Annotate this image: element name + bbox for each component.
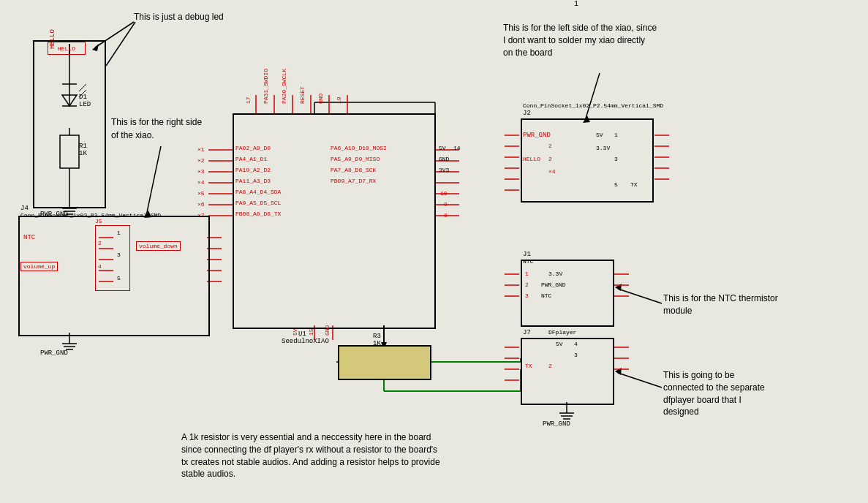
j2-pin2b: 2: [548, 156, 552, 162]
j2-full-label: Conn_PinSocket_1x02_P2.54mm_Vertical_SMD: [523, 102, 663, 109]
pwr-gnd-j4: PWR_GND: [40, 349, 68, 357]
pin10-right: 10: [440, 190, 448, 197]
j2-pin5: 5: [614, 181, 618, 188]
ic-19: 19: [336, 97, 342, 104]
j1-pin2: 2: [525, 281, 529, 288]
annotation-dfplayer: This is going to beconnected to the sepa…: [663, 369, 765, 418]
svg-line-8: [618, 373, 662, 387]
svg-line-2: [146, 146, 161, 216]
j4-label: J4: [20, 205, 29, 212]
ic-pb08: PB08_A6_D6_TX: [235, 211, 281, 217]
j5-pin5: 5: [117, 275, 121, 281]
ic-pa9: PA9_A5_D5_SCL: [235, 200, 281, 206]
ic-5v-right: 5V: [439, 145, 446, 151]
pin9-right: 9: [444, 201, 448, 208]
j2-label: J2: [523, 110, 531, 117]
j1-box: [521, 260, 614, 327]
j2-pin4: ×4: [548, 168, 556, 175]
j2-pwr-gnd: PWR_GND: [523, 132, 551, 139]
j2-33v: 3.3V: [596, 145, 610, 151]
svg-line-97: [106, 22, 135, 66]
ic-pa4: PA4_A1_D1: [235, 156, 267, 162]
ic-14-right: 14: [453, 145, 461, 151]
pin1-left: ×1: [197, 146, 205, 153]
r3-box: [338, 345, 431, 380]
ic-5v-bottom: 5V: [292, 328, 298, 336]
ic-reset: RESET: [299, 86, 306, 104]
u1-label: U1: [298, 330, 306, 338]
pin4-left: ×4: [197, 179, 205, 186]
annotation-debug-led: This is just a debug led: [134, 11, 224, 23]
r3-label: R3: [373, 333, 381, 340]
j7-pin3: 3: [574, 352, 578, 358]
hello-flag-debug: HELLO: [48, 42, 86, 55]
ic-gnd-top: GND: [317, 94, 324, 104]
j1-ntc: NTC: [541, 292, 551, 299]
pin7-left: ×7: [197, 212, 205, 219]
r1-label: R11K: [79, 143, 87, 157]
j7-5v: 5V: [556, 341, 563, 347]
j2-tx: TX: [630, 181, 638, 188]
j2-5v: 5V: [596, 132, 603, 138]
j5-pin4: 4: [98, 263, 102, 270]
schematic-canvas: HELLO D1LED R11K PWR_GND This is just a …: [0, 0, 868, 503]
j7-box: [521, 338, 614, 405]
pin5-left: ×5: [197, 190, 205, 197]
svg-marker-7: [615, 284, 622, 291]
j2-pin3: 3: [614, 156, 618, 162]
debug-led-box: [33, 40, 106, 208]
ic-pa5: PA5_A9_D9_MISO: [331, 156, 380, 162]
j1-ntc-label: NTC: [523, 258, 533, 265]
u1-full-label: SeedulnoXIAO: [282, 338, 329, 345]
j7-dfplayer: DFplayer: [548, 329, 576, 336]
r3-value: 1K: [373, 340, 381, 347]
j1-33v: 3.3V: [548, 271, 562, 277]
ic-gnd-right: GND: [439, 156, 449, 162]
j7-pin1: 1: [574, 0, 578, 8]
j5-pin3: 3: [117, 252, 121, 258]
j5-label: J5: [95, 218, 102, 224]
ic-15: 15: [308, 328, 314, 336]
ic-pa6: PA6_A10_D10_MOSI: [331, 145, 387, 151]
j7-tx: TX: [525, 363, 532, 369]
pin8-right: 8: [444, 212, 448, 219]
j1-pin3: 3: [525, 292, 529, 299]
j5-box: [95, 225, 130, 291]
ic-swclk: PA30_SWCLK: [281, 69, 287, 104]
j7-label: J7: [523, 329, 531, 336]
ic-pa8: PA8_A4_D4_SDA: [235, 189, 281, 195]
ic-pa10: PA10_A2_D2: [235, 167, 271, 173]
annotation-right-side: This is for the right sideof the xiao.: [111, 116, 202, 142]
svg-line-4: [585, 73, 600, 121]
annotation-resistor: A 1k resistor is very essential and a ne…: [181, 431, 440, 480]
hello-flag-text: HELLO: [58, 45, 75, 52]
j1-pwr-gnd: PWR_GND: [541, 281, 566, 288]
j7-pin2: 2: [548, 363, 552, 369]
pin3-left: ×3: [197, 168, 205, 175]
pwr-gnd-j7: PWR_GND: [543, 420, 570, 428]
j2-hello: HELLO: [523, 156, 540, 162]
ic-13: PA31_SWDIO: [263, 69, 269, 104]
ic-pa7: PA7_A8_D8_SCK: [331, 167, 376, 173]
d1-label: D1LED: [79, 94, 91, 108]
j2-pin1-5v: 1: [614, 132, 618, 138]
j1-pin1: 1: [525, 271, 529, 277]
annotation-left-side: This is for the left side of the xiao, s…: [503, 22, 657, 58]
ic-pb09: PB09_A7_D7_RX: [331, 178, 376, 184]
ic-gnd-bottom: GND: [324, 325, 331, 336]
j4-full-label: Conn_PinSocket_1x02_P2.54mm_Vertical_SMD: [20, 212, 161, 219]
annotation-ntc: This is for the NTC thermistormodule: [663, 292, 778, 317]
j5-pin2: 2: [98, 240, 102, 246]
volume-down-box: volume_down: [136, 241, 181, 251]
svg-marker-9: [615, 368, 622, 375]
svg-line-6: [618, 289, 662, 303]
ic-pa11: PA11_A3_D3: [235, 178, 271, 184]
volume-up-box: volume_up: [20, 262, 58, 271]
pin6-left: ×6: [197, 201, 205, 208]
ic-pa02: PA02_A0_D0: [235, 145, 271, 151]
ic-3v3-right: 3V3: [439, 167, 449, 173]
j1-label: J1: [523, 251, 531, 258]
ntc-j4-label: NTC: [23, 234, 35, 241]
j5-pin1: 1: [117, 230, 121, 236]
ic-17: 17: [245, 97, 252, 104]
